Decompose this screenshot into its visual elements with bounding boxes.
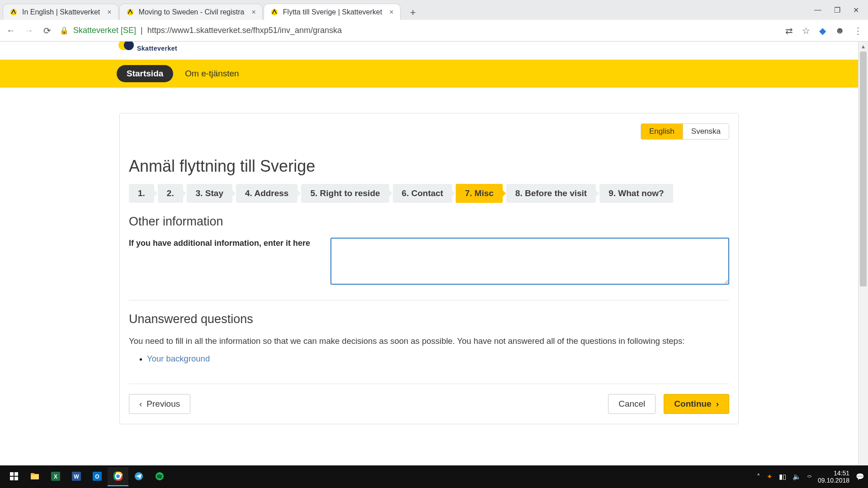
system-tray: ˄ ✦ ▮▯ 🔈 ⌔ 14:51 09.10.2018 💬 — [757, 469, 864, 484]
unanswered-link-background[interactable]: Your background — [147, 354, 210, 363]
star-icon[interactable]: ☆ — [802, 25, 810, 36]
continue-button[interactable]: Continue › — [664, 394, 729, 414]
browser-tab-label: Moving to Sweden - Civil registra — [139, 8, 245, 16]
close-icon[interactable]: × — [107, 8, 111, 16]
lang-english-button[interactable]: English — [641, 124, 683, 139]
taskbar-date: 09.10.2018 — [818, 477, 849, 484]
notifications-icon[interactable]: 💬 — [856, 473, 864, 481]
browser-tab-2[interactable]: Flytta till Sverige | Skatteverket × — [264, 4, 401, 20]
step-8-before-visit[interactable]: 8. Before the visit — [506, 184, 596, 203]
scroll-thumb[interactable] — [860, 52, 867, 286]
url-site: Skatteverket [SE] — [73, 26, 136, 35]
url-separator: | — [141, 26, 143, 35]
translate-icon[interactable]: ⇄ — [785, 25, 793, 36]
volume-icon[interactable]: 🔈 — [793, 473, 801, 481]
profile-icon[interactable]: ☻ — [835, 25, 844, 36]
extension-icon[interactable]: ◆ — [819, 25, 826, 36]
avast-icon[interactable]: ✦ — [767, 473, 773, 481]
other-info-textarea[interactable] — [330, 238, 729, 285]
step-7-misc[interactable]: 7. Misc — [456, 184, 502, 203]
window-controls: — ❐ ✕ — [814, 0, 865, 20]
site-logo[interactable]: Skatteverket — [115, 42, 177, 52]
site-header: Skatteverket — [0, 42, 858, 60]
wifi-icon[interactable]: ⌔ — [807, 473, 811, 481]
forward-button[interactable]: → — [24, 25, 34, 36]
skatteverket-favicon — [9, 8, 18, 16]
vertical-scrollbar[interactable]: ▲ ▼ — [858, 42, 868, 488]
previous-button[interactable]: ‹ Previous — [129, 394, 190, 414]
svg-point-21 — [116, 474, 120, 478]
svg-rect-7 — [10, 477, 14, 480]
step-6-contact[interactable]: 6. Contact — [393, 184, 453, 203]
new-tab-button[interactable]: + — [406, 5, 420, 20]
chevron-right-icon: › — [716, 399, 719, 409]
section-other-heading: Other information — [129, 215, 729, 229]
other-info-label: If you have additional information, ente… — [129, 238, 319, 249]
word-icon[interactable]: W — [66, 467, 87, 486]
svg-text:O: O — [95, 474, 99, 480]
browser-tab-label: Flytta till Sverige | Skatteverket — [283, 8, 382, 16]
divider — [129, 300, 729, 300]
spotify-icon[interactable] — [149, 467, 170, 486]
svg-rect-8 — [14, 477, 18, 480]
taskbar-clock[interactable]: 14:51 09.10.2018 — [818, 469, 849, 484]
service-navbar: Startsida Om e-tjänsten — [0, 60, 858, 88]
telegram-icon[interactable] — [128, 467, 149, 486]
form-card: English Svenska Anmäl flyttning till Sve… — [119, 113, 739, 424]
chrome-icon[interactable] — [108, 467, 128, 486]
taskbar-time: 14:51 — [818, 469, 849, 477]
url-path: https://www1.skatteverket.se/fhxp51/inv_… — [147, 26, 342, 35]
previous-button-label: Previous — [146, 399, 180, 409]
url-display[interactable]: 🔒 Skatteverket [SE] | https://www1.skatt… — [60, 26, 778, 35]
minimize-icon[interactable]: — — [814, 6, 821, 14]
reload-button[interactable]: ⟳ — [42, 25, 52, 36]
nav-home-button[interactable]: Startsida — [117, 65, 173, 82]
lang-svenska-button[interactable]: Svenska — [683, 124, 729, 139]
excel-icon[interactable]: X — [45, 467, 66, 486]
wizard-steps: 1. 2. 3. Stay 4. Address 5. Right to res… — [129, 184, 729, 203]
step-5-right-to-reside[interactable]: 5. Right to reside — [301, 184, 389, 203]
battery-icon[interactable]: ▮▯ — [779, 473, 786, 481]
browser-tab-label: In English | Skatteverket — [22, 8, 100, 16]
section-unanswered-heading: Unanswered questions — [129, 312, 729, 326]
close-icon[interactable]: × — [389, 8, 393, 16]
browser-tab-1[interactable]: Moving to Sweden - Civil registra × — [119, 4, 263, 20]
svg-text:W: W — [74, 474, 79, 480]
windows-taskbar: X W O ˄ ✦ ▮▯ 🔈 ⌔ 14:51 09.10.2018 💬 — [0, 465, 868, 488]
chevron-left-icon: ‹ — [139, 399, 142, 409]
step-3-stay[interactable]: 3. Stay — [187, 184, 232, 203]
skatteverket-favicon — [126, 8, 134, 16]
lock-icon: 🔒 — [60, 26, 69, 35]
svg-rect-5 — [10, 472, 14, 476]
step-4-address[interactable]: 4. Address — [236, 184, 297, 203]
unanswered-text: You need to fill in all the information … — [129, 335, 729, 347]
close-window-icon[interactable]: ✕ — [853, 6, 859, 14]
menu-icon[interactable]: ⋮ — [854, 25, 863, 36]
tray-chevron-icon[interactable]: ˄ — [757, 473, 760, 481]
svg-rect-6 — [14, 472, 18, 476]
continue-button-label: Continue — [674, 399, 711, 409]
browser-addressbar: ← → ⟳ 🔒 Skatteverket [SE] | https://www1… — [0, 20, 868, 42]
scroll-up-icon[interactable]: ▲ — [859, 42, 868, 52]
browser-toolbar-right: ⇄ ☆ ◆ ☻ ⋮ — [785, 25, 863, 36]
svg-rect-10 — [31, 473, 34, 475]
page-content: Skatteverket Startsida Om e-tjänsten Eng… — [0, 42, 858, 488]
step-2[interactable]: 2. — [158, 184, 183, 203]
back-button[interactable]: ← — [5, 25, 16, 36]
svg-text:X: X — [54, 474, 57, 480]
start-button[interactable] — [4, 467, 24, 486]
browser-tab-0[interactable]: In English | Skatteverket × — [3, 4, 118, 20]
step-9-what-now[interactable]: 9. What now? — [599, 184, 673, 203]
step-1[interactable]: 1. — [129, 184, 154, 203]
outlook-icon[interactable]: O — [87, 467, 108, 486]
nav-about-link[interactable]: Om e-tjänsten — [185, 69, 239, 79]
cancel-button[interactable]: Cancel — [608, 394, 656, 414]
language-toggle: English Svenska — [129, 123, 729, 140]
site-brand-text: Skatteverket — [137, 45, 177, 52]
skatteverket-favicon — [270, 8, 278, 16]
maximize-icon[interactable]: ❐ — [834, 6, 840, 14]
browser-tabbar: In English | Skatteverket × Moving to Sw… — [0, 0, 868, 20]
file-explorer-icon[interactable] — [24, 467, 45, 486]
page-title: Anmäl flyttning till Sverige — [129, 157, 729, 176]
close-icon[interactable]: × — [251, 8, 255, 16]
